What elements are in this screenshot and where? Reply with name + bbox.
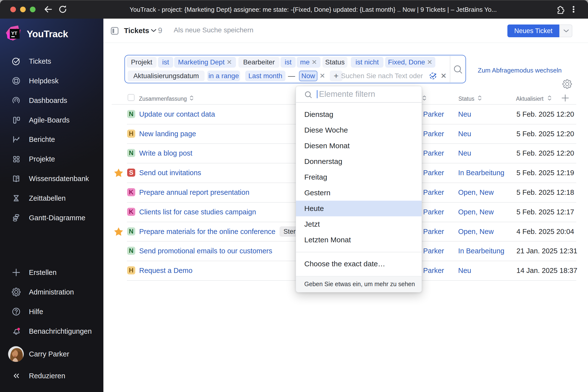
svg-text:YT: YT bbox=[11, 30, 18, 36]
